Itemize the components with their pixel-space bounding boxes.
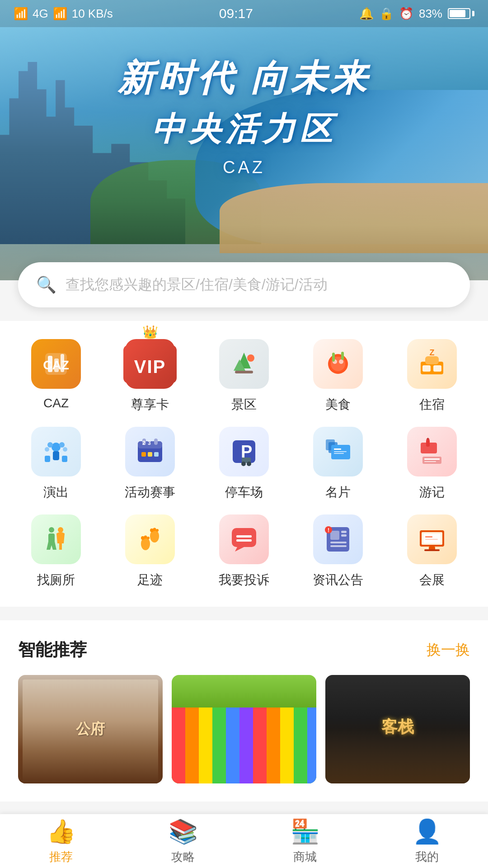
icon-item-news[interactable]: ! 资讯公告	[291, 514, 385, 589]
icon-item-travel[interactable]: 游记	[385, 427, 479, 501]
scenic-icon-svg	[228, 348, 260, 380]
recommend-card-2-img	[172, 675, 316, 783]
recommend-card-2[interactable]	[172, 675, 316, 783]
icon-item-footprint[interactable]: 足迹	[103, 514, 197, 589]
icon-item-complaint[interactable]: 我要投诉	[197, 514, 291, 589]
event-icon-svg: 2 3	[134, 436, 166, 467]
content-area: 新时代 向未来 中央活力区 CAZ 🔍 查找您感兴趣的景区/住宿/美食/游记/活…	[0, 0, 488, 868]
svg-rect-3	[54, 359, 59, 372]
recommend-card-1-img	[18, 675, 163, 783]
nav-item-shop[interactable]: 🏪 商城	[244, 818, 366, 865]
hotel-icon-svg: Z	[416, 348, 448, 380]
convention-label: 会展	[419, 571, 445, 589]
svg-point-64	[153, 528, 156, 531]
news-icon-svg: !	[322, 524, 354, 555]
wifi-icon: 📶	[53, 7, 67, 21]
caz-logo-svg: CAZ	[42, 349, 70, 378]
search-input[interactable]: 查找您感兴趣的景区/住宿/美食/游记/活动	[66, 275, 328, 295]
icon-item-event[interactable]: 2 3 活动赛事	[103, 427, 197, 501]
svg-point-24	[63, 447, 67, 452]
hero-title1: 新时代 向未来	[0, 54, 488, 103]
mine-nav-label: 我的	[415, 849, 439, 865]
svg-rect-74	[330, 542, 347, 543]
svg-rect-46	[334, 451, 347, 452]
signal-icon: 📶	[14, 7, 28, 21]
svg-rect-4	[61, 354, 64, 372]
event-icon-circle: 2 3	[125, 427, 175, 476]
svg-rect-45	[334, 448, 341, 450]
svg-rect-75	[330, 545, 347, 547]
svg-marker-56	[47, 542, 56, 550]
svg-point-40	[241, 462, 246, 466]
icons-section: CAZ CAZ 👑 VIP	[0, 321, 488, 607]
card-icon-svg	[322, 436, 354, 467]
network-type: 4G	[33, 7, 48, 21]
icon-item-show[interactable]: 演出	[9, 427, 103, 501]
svg-point-61	[144, 536, 147, 539]
svg-rect-27	[62, 456, 67, 462]
svg-point-20	[52, 443, 61, 452]
shop-nav-label: 商城	[293, 849, 317, 865]
hero-subtitle: CAZ	[0, 158, 488, 177]
footprint-icon-circle	[125, 514, 175, 564]
status-left: 📶 4G 📶 10 KB/s	[14, 7, 113, 21]
travel-icon-svg	[416, 436, 448, 467]
vip-label: 尊享卡	[131, 396, 169, 413]
icon-item-hotel[interactable]: Z 住宿	[385, 339, 479, 413]
svg-rect-8	[235, 371, 253, 373]
status-time: 09:17	[219, 6, 253, 21]
toilet-icon-circle	[31, 514, 81, 564]
svg-rect-34	[154, 452, 159, 457]
icon-item-scenic[interactable]: 景区	[197, 339, 291, 413]
svg-point-21	[47, 442, 53, 448]
news-icon-circle: !	[313, 514, 363, 564]
nav-item-mine[interactable]: 👤 我的	[366, 818, 488, 865]
svg-rect-33	[148, 452, 152, 457]
search-container[interactable]: 🔍 查找您感兴趣的景区/住宿/美食/游记/活动	[18, 262, 470, 307]
svg-rect-53	[424, 461, 436, 462]
icon-item-convention[interactable]: 会展	[385, 514, 479, 589]
icon-item-food[interactable]: 美食	[291, 339, 385, 413]
nav-item-home[interactable]: 👍 推荐	[0, 818, 122, 865]
svg-rect-26	[45, 456, 50, 462]
food-icon-circle	[313, 339, 363, 389]
svg-point-54	[49, 527, 54, 533]
complaint-icon-svg	[228, 524, 260, 555]
hotel-label: 住宿	[419, 396, 445, 413]
hero-title2: 中央活力区	[0, 108, 488, 151]
convention-icon-svg	[416, 524, 448, 555]
svg-rect-32	[141, 452, 146, 457]
battery-percent: 83%	[419, 7, 442, 21]
hotel-icon-circle: Z	[407, 339, 457, 389]
icon-item-caz[interactable]: CAZ CAZ	[9, 339, 103, 413]
bottom-navigation: 👍 推荐 📚 攻略 🏪 商城 👤 我的	[0, 814, 488, 868]
icon-item-vip[interactable]: 👑 VIP 尊享卡	[103, 339, 197, 413]
hero-banner[interactable]: 新时代 向未来 中央活力区 CAZ	[0, 0, 488, 280]
alarm-icon: ⏰	[399, 7, 413, 21]
svg-text:3: 3	[148, 440, 151, 446]
icon-item-parking[interactable]: P 停车场	[197, 427, 291, 501]
footprint-label: 足迹	[137, 571, 163, 589]
svg-marker-67	[235, 547, 244, 552]
parking-icon-circle: P	[219, 427, 269, 476]
guide-nav-label: 攻略	[171, 849, 195, 865]
recommend-refresh-button[interactable]: 换一换	[427, 640, 470, 660]
svg-rect-69	[236, 539, 252, 542]
svg-rect-47	[334, 453, 344, 454]
vip-icon-circle: 👑 VIP	[125, 339, 175, 389]
recommend-card-3[interactable]	[325, 675, 470, 783]
svg-text:Z: Z	[430, 348, 435, 357]
toilet-label: 找厕所	[37, 571, 75, 589]
show-icon-svg	[40, 436, 72, 467]
recommend-grid	[18, 675, 470, 783]
svg-marker-50	[426, 438, 430, 439]
icon-item-toilet[interactable]: 找厕所	[9, 514, 103, 589]
svg-rect-17	[422, 365, 431, 372]
recommend-card-1[interactable]	[18, 675, 163, 783]
icon-item-card[interactable]: 名片	[291, 427, 385, 501]
svg-point-62	[147, 537, 150, 539]
nav-item-guide[interactable]: 📚 攻略	[122, 818, 244, 865]
home-nav-label: 推荐	[49, 849, 73, 865]
caz-icon-circle: CAZ	[31, 339, 81, 389]
mine-nav-icon: 👤	[413, 818, 442, 845]
